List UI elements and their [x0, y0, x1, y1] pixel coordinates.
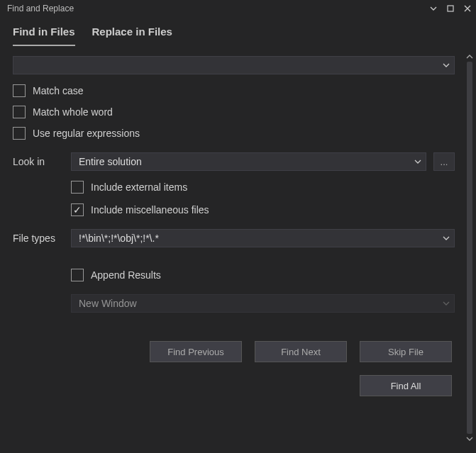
search-term-combo[interactable] [13, 56, 455, 74]
match-whole-word-checkbox[interactable]: Match whole word [13, 106, 455, 118]
tabs: Find in Files Replace in Files [0, 17, 476, 46]
checkbox-icon [13, 106, 26, 118]
scroll-up-icon[interactable] [465, 52, 475, 62]
titlebar: Find and Replace [0, 0, 476, 17]
chevron-down-icon [410, 158, 426, 165]
filetypes-input[interactable] [72, 233, 438, 244]
chevron-down-icon[interactable] [438, 235, 454, 242]
maximize-icon[interactable] [445, 3, 456, 14]
close-icon[interactable] [462, 3, 473, 14]
svg-rect-0 [448, 6, 453, 11]
append-results-checkbox[interactable]: Append Results [71, 269, 455, 281]
tab-replace-in-files[interactable]: Replace in Files [92, 26, 172, 46]
results-window-dropdown[interactable]: New Window [71, 294, 455, 313]
include-external-checkbox[interactable]: Include external items [71, 181, 455, 194]
filetypes-label: File types [13, 233, 64, 244]
checkbox-icon [13, 127, 26, 140]
match-whole-word-label: Match whole word [33, 106, 113, 118]
checkbox-icon [13, 84, 26, 97]
checkbox-icon [71, 203, 84, 216]
search-history-dropdown-icon[interactable] [438, 57, 454, 74]
use-regex-checkbox[interactable]: Use regular expressions [13, 127, 455, 140]
match-case-checkbox[interactable]: Match case [13, 84, 455, 97]
scroll-down-icon[interactable] [465, 434, 475, 444]
search-input[interactable] [13, 57, 438, 74]
checkbox-icon [71, 181, 84, 194]
include-misc-label: Include miscellaneous files [91, 204, 209, 216]
window-title: Find and Replace [7, 4, 74, 13]
results-window-value: New Window [72, 298, 438, 309]
window-controls [428, 3, 473, 14]
lookin-dropdown[interactable]: Entire solution [71, 152, 426, 171]
lookin-value: Entire solution [72, 156, 410, 167]
content: Match case Match whole word Use regular … [0, 46, 476, 406]
find-previous-button[interactable]: Find Previous [150, 341, 242, 362]
find-all-button[interactable]: Find All [360, 375, 452, 396]
append-results-label: Append Results [91, 269, 161, 281]
find-next-button[interactable]: Find Next [255, 341, 347, 362]
lookin-label: Look in [13, 156, 64, 167]
vertical-scrollbar[interactable] [465, 52, 475, 444]
tab-find-in-files[interactable]: Find in Files [13, 26, 75, 46]
include-misc-checkbox[interactable]: Include miscellaneous files [71, 203, 455, 216]
browse-button[interactable]: ... [433, 152, 455, 171]
include-external-label: Include external items [91, 181, 187, 193]
dropdown-menu-icon[interactable] [428, 3, 439, 14]
scrollbar-track[interactable] [467, 62, 472, 434]
use-regex-label: Use regular expressions [33, 128, 140, 139]
skip-file-button[interactable]: Skip File [360, 341, 452, 362]
chevron-down-icon [438, 300, 454, 307]
match-case-label: Match case [33, 85, 84, 96]
checkbox-icon [71, 269, 84, 281]
filetypes-combo[interactable] [71, 229, 455, 247]
